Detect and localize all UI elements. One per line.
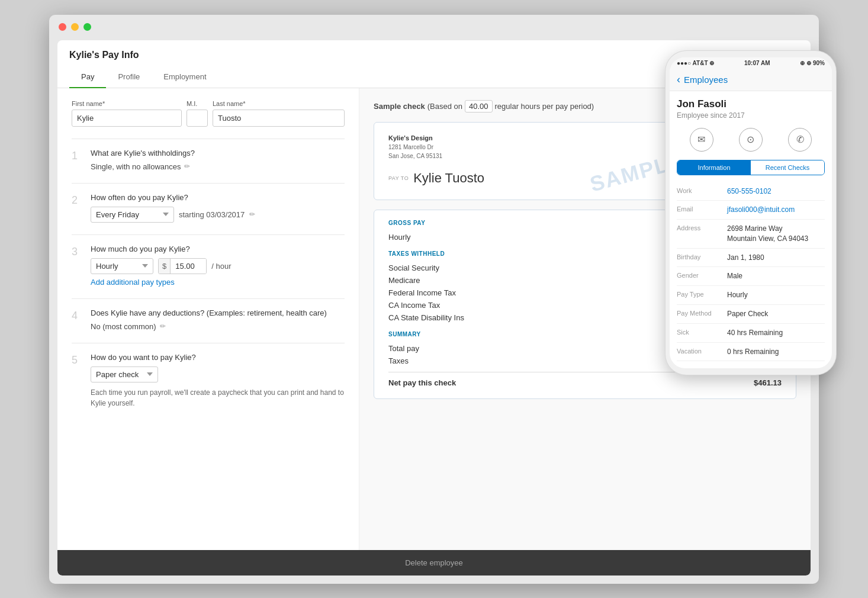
gender-value: Male bbox=[727, 271, 825, 281]
add-pay-types-link[interactable]: Add additional pay types bbox=[91, 278, 345, 287]
name-row: First name* M.I. Last name* bbox=[72, 100, 345, 127]
mi-field: M.I. bbox=[187, 100, 208, 127]
net-pay-value: $461.13 bbox=[754, 378, 782, 387]
left-panel: First name* M.I. Last name* 1 bbox=[57, 88, 359, 550]
payment-method-select[interactable]: Paper check Direct deposit bbox=[91, 366, 158, 382]
edit-frequency-icon[interactable]: ✏ bbox=[249, 210, 255, 218]
pay-amount-row: Hourly Salary Commission $ / hour bbox=[91, 258, 345, 274]
battery-status: 90% bbox=[813, 60, 825, 66]
close-button[interactable] bbox=[59, 23, 66, 31]
sick-value: 40 hrs Remaining bbox=[727, 328, 825, 338]
signal-icon: ⊕ ⊕ bbox=[800, 60, 811, 66]
birthday-value: Jan 1, 1980 bbox=[727, 253, 825, 263]
bottom-bar[interactable]: Delete employee bbox=[57, 550, 811, 576]
location-contact-icon[interactable]: ⊙ bbox=[739, 128, 763, 152]
info-row-gender: Gender Male bbox=[677, 267, 825, 286]
starting-text: starting 03/03/2017 bbox=[179, 210, 245, 219]
last-name-label: Last name* bbox=[213, 100, 345, 107]
maximize-button[interactable] bbox=[83, 23, 91, 31]
info-fields: Work 650-555-0102 Email jfasoli000@intui… bbox=[677, 182, 825, 362]
section-1-value: Single, with no allowances ✏ bbox=[91, 162, 345, 171]
pay-to-label: PAY TO bbox=[388, 175, 409, 181]
edit-withholdings-icon[interactable]: ✏ bbox=[184, 162, 190, 171]
info-row-vacation: Vacation 0 hrs Remaining bbox=[677, 343, 825, 362]
email-contact-icon[interactable]: ✉ bbox=[690, 128, 713, 152]
section-4-content: Does Kylie have any deductions? (Example… bbox=[91, 308, 345, 331]
info-row-pay-type: Pay Type Hourly bbox=[677, 286, 825, 305]
time-status: 10:07 AM bbox=[744, 60, 770, 66]
section-2-content: How often do you pay Kylie? Every Friday… bbox=[91, 193, 345, 223]
section-frequency: 2 How often do you pay Kylie? Every Frid… bbox=[72, 193, 345, 223]
info-tabs: Information Recent Checks bbox=[677, 160, 825, 175]
work-phone-value[interactable]: 650-555-0102 bbox=[727, 187, 825, 197]
carrier-status: ●●●○ AT&T ⊕ bbox=[677, 60, 714, 66]
section-pay-amount: 3 How much do you pay Kylie? Hourly Sala… bbox=[72, 245, 345, 287]
section-withholdings: 1 What are Kylie's withholdings? Single,… bbox=[72, 149, 345, 171]
phone: ●●●○ AT&T ⊕ 10:07 AM ⊕ ⊕ 90% ‹ Employees… bbox=[665, 50, 837, 376]
phone-nav: ‹ Employees bbox=[670, 69, 832, 91]
back-arrow[interactable]: ‹ bbox=[677, 73, 680, 86]
section-3-content: How much do you pay Kylie? Hourly Salary… bbox=[91, 245, 345, 287]
section-4-title: Does Kylie have any deductions? (Example… bbox=[91, 308, 345, 317]
section-5-title: How do you want to pay Kylie? bbox=[91, 353, 345, 362]
gross-item-label: Hourly bbox=[388, 233, 411, 242]
section-5-content: How do you want to pay Kylie? Paper chec… bbox=[91, 353, 345, 409]
phone-profile: Jon Fasoli Employee since 2017 ✉ ⊙ ✆ Inf… bbox=[670, 91, 832, 369]
hours-badge: 40.00 bbox=[465, 100, 493, 112]
edit-deductions-icon[interactable]: ✏ bbox=[160, 322, 166, 330]
section-2-number: 2 bbox=[72, 194, 83, 207]
pay-type-value: Hourly bbox=[727, 290, 825, 300]
dollar-input: $ bbox=[158, 258, 207, 274]
sample-check-label: Sample check bbox=[374, 102, 425, 111]
payment-method-row: Paper check Direct deposit bbox=[91, 366, 345, 382]
payee-name: Kylie Tuosto bbox=[413, 171, 484, 186]
last-name-input[interactable] bbox=[213, 110, 345, 127]
section-4-number: 4 bbox=[72, 310, 83, 322]
dollar-sign: $ bbox=[159, 259, 171, 274]
minimize-button[interactable] bbox=[71, 23, 79, 31]
vacation-value: 0 hrs Remaining bbox=[727, 347, 825, 357]
back-label[interactable]: Employees bbox=[684, 75, 728, 85]
info-row-email: Email jfasoli000@intuit.com bbox=[677, 201, 825, 220]
last-name-field: Last name* bbox=[213, 100, 345, 127]
section-2-title: How often do you pay Kylie? bbox=[91, 193, 345, 202]
per-hour-label: / hour bbox=[211, 262, 231, 271]
section-4-value: No (most common) ✏ bbox=[91, 322, 345, 331]
section-3-number: 3 bbox=[72, 246, 83, 258]
first-name-label: First name* bbox=[72, 100, 182, 107]
recent-checks-tab[interactable]: Recent Checks bbox=[751, 160, 824, 175]
frequency-row: Every Friday Every other Friday Monthly … bbox=[91, 207, 345, 223]
status-right: ⊕ ⊕ 90% bbox=[800, 60, 825, 66]
info-row-address: Address 2698 Marine WayMountain View, CA… bbox=[677, 220, 825, 249]
section-1-title: What are Kylie's withholdings? bbox=[91, 149, 345, 157]
tab-profile[interactable]: Profile bbox=[106, 67, 152, 88]
profile-name: Jon Fasoli bbox=[677, 98, 825, 110]
first-name-input[interactable] bbox=[72, 110, 182, 127]
phone-screen: ●●●○ AT&T ⊕ 10:07 AM ⊕ ⊕ 90% ‹ Employees… bbox=[670, 57, 832, 369]
traffic-lights bbox=[49, 15, 819, 36]
email-value[interactable]: jfasoli000@intuit.com bbox=[727, 205, 825, 215]
contact-icons: ✉ ⊙ ✆ bbox=[677, 128, 825, 152]
info-row-pay-method: Pay Method Paper Check bbox=[677, 305, 825, 324]
frequency-select[interactable]: Every Friday Every other Friday Monthly bbox=[91, 207, 174, 223]
mi-input[interactable] bbox=[187, 110, 208, 127]
tab-employment[interactable]: Employment bbox=[152, 67, 218, 88]
delete-employee-label: Delete employee bbox=[405, 558, 463, 567]
phone-container: ●●●○ AT&T ⊕ 10:07 AM ⊕ ⊕ 90% ‹ Employees… bbox=[665, 50, 837, 376]
section-deductions: 4 Does Kylie have any deductions? (Examp… bbox=[72, 308, 345, 331]
pay-amount-input[interactable] bbox=[171, 259, 206, 274]
pay-method-value: Paper Check bbox=[727, 309, 825, 319]
pay-type-select[interactable]: Hourly Salary Commission bbox=[91, 258, 153, 274]
section-1-number: 1 bbox=[72, 150, 83, 162]
based-on-text: (Based on bbox=[427, 102, 462, 111]
phone-contact-icon[interactable]: ✆ bbox=[788, 128, 812, 152]
information-tab[interactable]: Information bbox=[677, 160, 751, 175]
tab-pay[interactable]: Pay bbox=[69, 67, 106, 88]
info-row-sick: Sick 40 hrs Remaining bbox=[677, 324, 825, 343]
phone-status-bar: ●●●○ AT&T ⊕ 10:07 AM ⊕ ⊕ 90% bbox=[670, 57, 832, 69]
mi-label: M.I. bbox=[187, 100, 208, 107]
section-payment-method: 5 How do you want to pay Kylie? Paper ch… bbox=[72, 353, 345, 409]
net-pay-label: Net pay this check bbox=[388, 378, 456, 387]
hours-suffix: regular hours per pay period) bbox=[495, 102, 594, 111]
info-row-work: Work 650-555-0102 bbox=[677, 182, 825, 201]
